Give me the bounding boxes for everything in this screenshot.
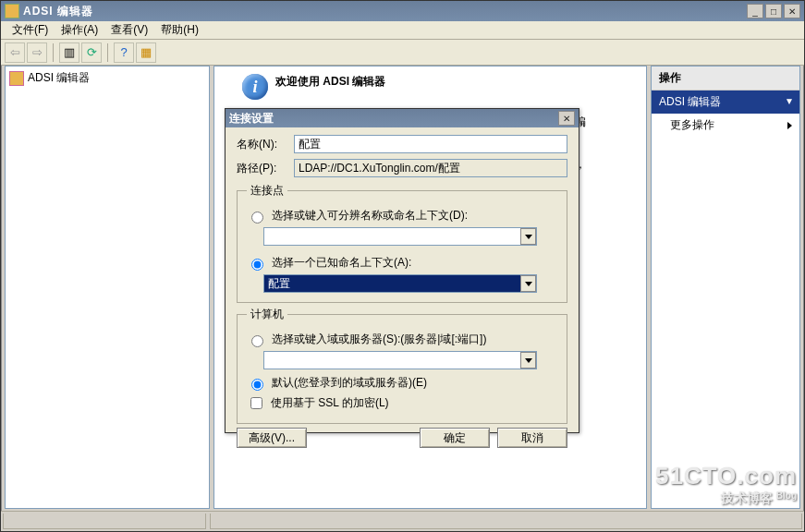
radio-dn-label: 选择或键入可分辨名称或命名上下文(D): — [272, 208, 468, 224]
radio-default-server-label: 默认(您登录到的域或服务器)(E) — [272, 375, 427, 391]
adsi-editor-icon — [9, 71, 24, 86]
cancel-button[interactable]: 取消 — [497, 428, 567, 448]
back-button[interactable]: ⇦ — [5, 42, 25, 63]
path-label: 路径(P): — [237, 161, 294, 176]
menu-help[interactable]: 帮助(H) — [155, 20, 204, 40]
advanced-button[interactable]: 高级(V)... — [237, 428, 307, 448]
menu-view[interactable]: 查看(V) — [105, 20, 153, 40]
chevron-right-icon — [787, 122, 792, 129]
connection-point-legend: 连接点 — [247, 183, 287, 199]
toolbar-separator — [53, 43, 54, 62]
window-title: ADSI 编辑器 — [23, 4, 747, 19]
computer-group: 计算机 选择或键入域或服务器(S):(服务器|域[:端口]) 默认(您登录到的域… — [237, 307, 567, 424]
help-button[interactable]: ? — [114, 42, 134, 63]
app-icon — [5, 4, 19, 18]
watermark-line1: 51CTO.com — [655, 462, 797, 490]
refresh-button[interactable]: ⟳ — [81, 42, 102, 63]
actions-more-label: 更多操作 — [670, 117, 714, 133]
minimize-button[interactable]: _ — [747, 4, 763, 18]
actions-panel: 操作 ADSI 编辑器 ▴ 更多操作 — [651, 66, 800, 509]
show-hide-tree-button[interactable]: ▥ — [59, 42, 79, 63]
menu-file[interactable]: 文件(F) — [6, 20, 54, 40]
forward-button[interactable]: ⇨ — [27, 42, 47, 63]
toolbar: ⇦ ⇨ ▥ ⟳ ? ▦ — [1, 40, 804, 66]
dropdown-button[interactable] — [520, 275, 536, 292]
chevron-down-icon — [525, 235, 532, 239]
collapse-icon: ▴ — [787, 96, 792, 109]
path-input — [294, 159, 567, 177]
title-bar: ADSI 编辑器 _ □ ✕ — [1, 1, 804, 21]
actions-selected-label: ADSI 编辑器 — [659, 94, 721, 110]
dialog-title: 连接设置 — [229, 111, 558, 127]
welcome-block: i 欢迎使用 ADSI 编辑器 — [242, 74, 637, 100]
watermark: 51CTO.com 技术博客 Blog — [655, 462, 797, 507]
name-input[interactable] — [294, 135, 567, 153]
toolbar-separator — [107, 43, 108, 62]
connection-settings-dialog: 连接设置 ✕ 名称(N): 路径(P): 连接点 选择或键入可分辨名称或命名上下… — [225, 108, 579, 433]
menu-action[interactable]: 操作(A) — [55, 20, 104, 40]
computer-legend: 计算机 — [247, 307, 287, 322]
status-right — [210, 514, 802, 529]
ok-button[interactable]: 确定 — [420, 428, 490, 448]
dialog-close-button[interactable]: ✕ — [558, 111, 575, 126]
tree-root-label: ADSI 编辑器 — [28, 70, 90, 86]
chevron-down-icon — [525, 282, 532, 286]
actions-selected[interactable]: ADSI 编辑器 ▴ — [652, 91, 799, 114]
dn-combobox[interactable] — [263, 227, 537, 246]
dropdown-button[interactable] — [520, 228, 536, 245]
radio-server[interactable] — [251, 335, 263, 347]
chevron-down-icon — [525, 358, 532, 363]
name-label: 名称(N): — [237, 137, 294, 152]
ssl-label: 使用基于 SSL 的加密(L) — [271, 395, 389, 411]
watermark-line2: 技术博客 Blog — [655, 490, 797, 507]
columns-button[interactable]: ▦ — [136, 42, 156, 63]
radio-default-server[interactable] — [251, 379, 263, 391]
server-combobox[interactable] — [263, 351, 537, 369]
radio-known-context[interactable] — [251, 259, 263, 271]
actions-more[interactable]: 更多操作 — [652, 114, 799, 137]
dialog-title-bar: 连接设置 ✕ — [226, 109, 579, 127]
info-icon: i — [242, 74, 268, 100]
menu-bar: 文件(F) 操作(A) 查看(V) 帮助(H) — [1, 21, 804, 40]
welcome-title: 欢迎使用 ADSI 编辑器 — [275, 75, 385, 88]
radio-dn[interactable] — [251, 212, 263, 224]
connection-point-group: 连接点 选择或键入可分辨名称或命名上下文(D): 选择一个已知命名上下文(A):… — [237, 183, 567, 303]
known-context-combobox[interactable]: 配置 — [263, 274, 537, 293]
status-bar — [1, 511, 804, 531]
main-window: ADSI 编辑器 _ □ ✕ 文件(F) 操作(A) 查看(V) 帮助(H) ⇦… — [0, 0, 805, 532]
tree-panel: ADSI 编辑器 — [5, 66, 210, 509]
radio-known-context-label: 选择一个已知命名上下文(A): — [272, 255, 411, 271]
ssl-checkbox[interactable] — [250, 397, 262, 409]
close-button[interactable]: ✕ — [784, 4, 800, 18]
tree-root-item[interactable]: ADSI 编辑器 — [9, 70, 205, 86]
dropdown-button[interactable] — [520, 352, 536, 369]
status-left — [3, 514, 206, 529]
maximize-button[interactable]: □ — [765, 4, 782, 18]
known-context-value: 配置 — [268, 276, 290, 292]
actions-header: 操作 — [652, 66, 799, 91]
radio-server-label: 选择或键入域或服务器(S):(服务器|域[:端口]) — [272, 332, 486, 347]
